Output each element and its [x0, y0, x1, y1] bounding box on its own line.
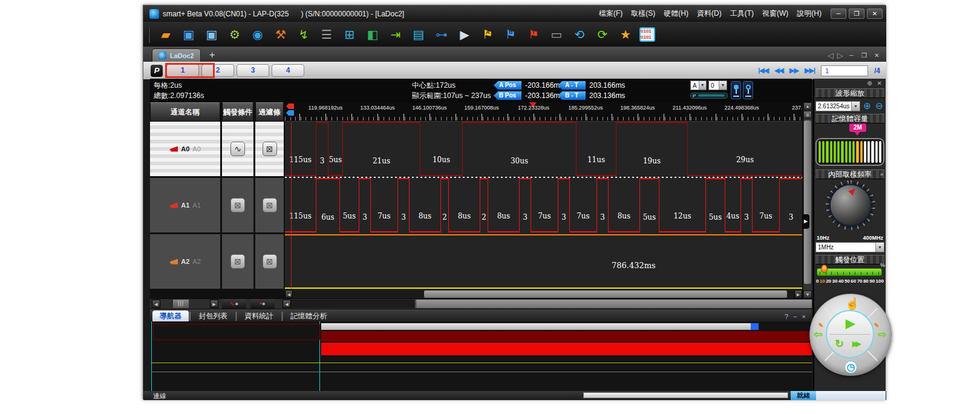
new-tab-button[interactable]: +	[204, 50, 220, 62]
close-button[interactable]: ✕	[867, 8, 883, 19]
trigger-condition-cell[interactable]: ⊠	[222, 178, 253, 232]
page-group-badge[interactable]: P	[151, 65, 163, 77]
filter-condition-icon[interactable]: ⊠	[263, 142, 277, 156]
waveform-mark-button[interactable]: ∿●	[222, 299, 246, 309]
connector-icon[interactable]: ⊶	[433, 25, 451, 44]
memory-depth-icon[interactable]: ☰	[318, 25, 336, 44]
menu-item-6[interactable]: 說明(H)	[794, 7, 825, 20]
hand-pan-icon[interactable]: ☝	[845, 297, 860, 310]
navigation-dial[interactable]: ☝ ⇦ ✎ ⇨ ✎ ◷ ▶ ↻ ▶▶	[809, 294, 892, 376]
pan-left-icon[interactable]: ◀	[283, 300, 291, 308]
channel-row-a2[interactable]: A2A2⊠⊠	[150, 234, 284, 289]
save-file-icon[interactable]: ▣	[180, 25, 198, 44]
memory-gauge[interactable]	[815, 138, 884, 166]
page-button-3[interactable]: 3	[237, 64, 269, 77]
flag-b-marker-icon[interactable]	[286, 110, 294, 116]
horizontal-scrollbar[interactable]: ◀ ▶	[285, 290, 802, 298]
menu-item-4[interactable]: 工具(T)	[727, 7, 757, 20]
tab-navigator[interactable]: 導航器	[152, 310, 189, 321]
chevron-down-icon[interactable]: ▼	[719, 81, 727, 90]
trigger-slider-handle[interactable]	[821, 264, 828, 273]
zoom-previous-icon[interactable]: ⟲	[570, 25, 589, 44]
waveform-view[interactable]: 119.968192us133.034464us146.100736us159.…	[285, 102, 802, 298]
b-t-badge[interactable]: B - T	[558, 91, 586, 100]
zoom-next-icon[interactable]: ⟳	[593, 25, 612, 44]
flag-a-icon[interactable]: ⚑A	[479, 25, 497, 44]
trigger-position-slider[interactable]: %	[815, 267, 884, 277]
chevron-down-icon[interactable]: ▼	[699, 81, 706, 90]
flag-b-icon[interactable]: ⚑B	[501, 25, 520, 44]
fast-forward-icon[interactable]: ▶▶	[852, 340, 858, 348]
tools-icon[interactable]: ⚒	[272, 25, 290, 44]
page-number-input[interactable]	[821, 65, 868, 76]
waveform-row-a0[interactable]: 115us35us21us10us30us11us19us29us	[285, 122, 802, 176]
play-icon[interactable]: ▶	[846, 316, 855, 330]
video-icon[interactable]: ▶	[456, 25, 474, 44]
doc-close-button[interactable]: ✕	[872, 52, 881, 59]
page-button-2[interactable]: 2	[201, 64, 234, 77]
vertical-scroll-thumb[interactable]	[804, 120, 811, 284]
binary-data-icon[interactable]: 0101 0101	[639, 27, 655, 42]
filter-condition-icon[interactable]: ⊠	[263, 198, 277, 212]
clock-history-icon[interactable]: ◷	[844, 361, 857, 373]
compare-docs-icon[interactable]: ▤	[410, 25, 428, 44]
channel-scroll-thumb[interactable]: |||	[173, 300, 189, 308]
b-pos-badge[interactable]: B Pos	[494, 91, 521, 100]
tab-memory-analysis[interactable]: 記憶體分析	[283, 310, 334, 321]
export-icon[interactable]: ⇥	[387, 25, 405, 44]
page-right-icon[interactable]: ⇨	[878, 328, 886, 341]
close-icon[interactable]: ✕	[877, 80, 882, 87]
minimize-button[interactable]: ─	[831, 8, 846, 19]
wave-scroll-thumb[interactable]	[416, 300, 812, 308]
marker-a-pin-button[interactable]	[731, 81, 741, 99]
frequency-select[interactable]: 1MHz▼	[815, 242, 884, 252]
zoom-in-icon[interactable]: ⊕	[862, 100, 872, 111]
menu-item-0[interactable]: 檔案(F)	[596, 7, 626, 20]
doc-minimize-button[interactable]: ─	[847, 52, 856, 59]
a-t-badge[interactable]: A - T	[558, 81, 586, 90]
restore-button[interactable]: ❐	[849, 8, 864, 19]
doc-prev-icon[interactable]: ◁	[828, 51, 834, 60]
prev-page-button[interactable]: ◀◀	[774, 67, 783, 74]
menu-item-5[interactable]: 視窗(W)	[759, 7, 791, 20]
zoom-scale-select[interactable]: 2.613254us▼	[815, 101, 860, 111]
navigator-view[interactable]	[150, 321, 812, 391]
favorite-icon[interactable]: ★	[616, 25, 635, 44]
value-select[interactable]: 0▼	[708, 80, 727, 90]
eraser-icon[interactable]: ▭	[547, 25, 566, 44]
marker-b-pin-button[interactable]	[743, 81, 753, 99]
scroll-up-icon[interactable]: ▲	[803, 102, 812, 110]
trigger-condition-icon[interactable]: ⊠	[230, 198, 245, 212]
navigator-range-bar[interactable]	[321, 323, 757, 330]
dial-inner-circle[interactable]: ▶ ↻ ▶▶	[826, 310, 874, 358]
trigger-condition-icon[interactable]: ⊠	[230, 254, 245, 269]
save-settings-icon[interactable]: ⚙	[226, 25, 244, 44]
channel-scroll-right-icon[interactable]: ▶	[210, 300, 218, 308]
more-icon[interactable]: »	[880, 170, 883, 179]
menu-item-2[interactable]: 硬體(H)	[661, 7, 691, 20]
menu-item-1[interactable]: 取樣(S)	[628, 7, 658, 20]
device-panel-icon[interactable]: ⊞	[341, 25, 359, 44]
trigger-condition-icon[interactable]: ∿	[230, 142, 245, 156]
page-left-icon[interactable]: ⇦	[814, 328, 822, 341]
filter-condition-cell[interactable]: ⊠	[255, 178, 284, 232]
scroll-right-icon[interactable]: ▶	[794, 290, 802, 298]
minimize-panel-icon[interactable]: −	[793, 313, 797, 320]
memory-size-badge[interactable]: 2M	[849, 123, 866, 132]
open-file-icon[interactable]: ▰	[157, 25, 175, 44]
tab-data-statistics[interactable]: 資料統計	[237, 310, 281, 321]
a-pos-badge[interactable]: A Pos	[494, 81, 521, 90]
waveform-row-a1[interactable]: 115us6us5us37us38us28us28us37us37us38us5…	[285, 178, 802, 232]
pin-icon[interactable]: ⊕	[867, 80, 872, 87]
close-panel-icon[interactable]: ×	[802, 313, 806, 320]
tab-packet-list[interactable]: 封包列表	[191, 310, 235, 321]
channel-scroll-left-icon[interactable]: ◀	[152, 300, 160, 308]
filter-condition-icon[interactable]: ⊠	[263, 254, 277, 269]
document-tab[interactable]: LaDoc2	[152, 48, 201, 62]
scrollbar-grip-icon[interactable]: ≡	[803, 111, 812, 119]
point-mark-button[interactable]: •●	[250, 299, 275, 309]
trigger-condition-cell[interactable]: ∿	[222, 122, 253, 176]
last-page-button[interactable]: ▶▶|	[805, 67, 815, 74]
save-back-icon[interactable]: ▣	[203, 25, 221, 44]
horizontal-scroll-thumb[interactable]	[424, 291, 787, 298]
